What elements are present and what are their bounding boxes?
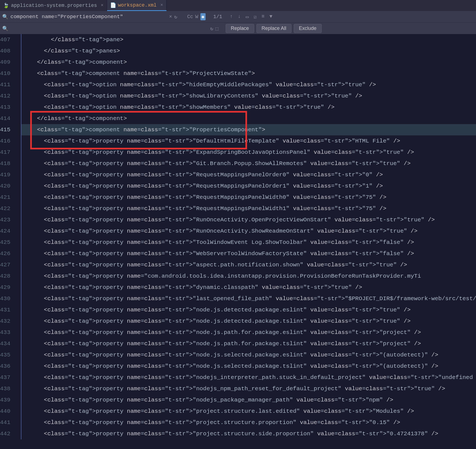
code-line[interactable]: <class="t-tag">option name=class="t-str"… [21,90,476,102]
code-area[interactable]: </class="t-tag">pane> </class="t-tag">pa… [21,34,476,449]
filter-icon[interactable]: ▼ [269,14,272,20]
file-icon: 📄 [110,2,116,8]
code-line[interactable]: <class="t-tag">property name=class="t-st… [21,338,476,349]
replace-input[interactable] [10,26,208,32]
code-line[interactable]: <class="t-tag">property name=class="t-st… [21,169,476,180]
settings-icon[interactable]: ≡ [262,14,265,20]
code-line[interactable]: <class="t-tag">property name=class="t-st… [21,147,476,158]
fold-gutter[interactable] [19,34,21,449]
code-line[interactable]: <class="t-tag">property name=class="t-st… [21,316,476,327]
replace-icon: 🔍 [2,26,8,32]
preserve-case-icon[interactable]: ⬚ [215,26,219,32]
code-line[interactable]: <class="t-tag">property name=class="t-st… [21,248,476,259]
replace-button[interactable]: Replace [226,24,254,33]
code-line[interactable]: <class="t-tag">property name=class="t-st… [21,158,476,169]
tab[interactable]: 📄workspace.xml× [107,0,167,11]
code-line[interactable]: <class="t-tag">component name=class="t-s… [21,68,476,79]
code-line[interactable]: <class="t-tag">property name=class="t-st… [21,225,476,237]
close-tab-icon[interactable]: × [160,3,163,8]
code-line[interactable]: <class="t-tag">property name=class="t-st… [21,192,476,203]
code-line[interactable]: </class="t-tag">panes> [21,45,476,57]
exclude-button[interactable]: Exclude [294,24,322,33]
code-line[interactable]: <class="t-tag">option name=class="t-str"… [21,79,476,90]
tab-label: workspace.xml [118,2,156,8]
editor-tabs: 🍃application-system.properties×📄workspac… [0,0,476,11]
regex-icon[interactable]: ✱ [200,13,206,20]
code-line[interactable]: <class="t-tag">property name=class="t-st… [21,394,476,406]
code-line[interactable]: <class="t-tag">property name=class="t-st… [21,349,476,361]
code-line[interactable]: <class="t-tag">property name=class="t-st… [21,406,476,417]
replace-all-button[interactable]: Replace All [256,24,292,33]
search-input[interactable] [10,14,167,20]
code-line[interactable]: </class="t-tag">component> [21,113,476,124]
code-line[interactable]: <class="t-tag">property name=class="t-st… [21,361,476,372]
new-search-icon[interactable]: ☑ [254,14,257,20]
code-line[interactable]: <class="t-tag">property name=class="t-st… [21,237,476,248]
code-line[interactable]: <class="t-tag">property name=class="t-st… [21,282,476,293]
search-history-icon[interactable]: ↻ [174,14,177,20]
select-all-icon[interactable]: ▭ [246,14,249,20]
code-line[interactable]: <class="t-tag">property name=class="t-st… [21,304,476,316]
code-line[interactable]: <class="t-tag">property name=class="t-st… [21,417,476,428]
close-search-icon[interactable]: × [169,14,172,19]
tab-label: application-system.properties [11,3,97,8]
file-icon: 🍃 [3,3,9,8]
code-line[interactable]: <class="t-tag">property name=class="t-st… [21,383,476,394]
code-line[interactable]: <class="t-tag">property name=class="t-st… [21,214,476,225]
prev-match-icon[interactable]: ↑ [230,14,233,20]
replace-history-icon[interactable]: ↻ [210,26,213,32]
match-word-icon[interactable]: W [195,14,198,19]
code-line[interactable]: <class="t-tag">property name=class="t-st… [21,203,476,214]
match-case-icon[interactable]: Cc [187,14,193,19]
code-line[interactable]: <class="t-tag">property name=class="t-st… [21,180,476,192]
search-icon: 🔍 [2,14,8,20]
match-count: 1/1 [213,14,222,19]
code-line[interactable]: <class="t-tag">property name=class="t-st… [21,327,476,338]
code-line[interactable]: <class="t-tag">property name="com.androi… [21,270,476,282]
code-line[interactable]: <class="t-tag">property name=class="t-st… [21,135,476,147]
code-line[interactable]: </class="t-tag">component> [21,57,476,68]
code-line[interactable]: <class="t-tag">property name=class="t-st… [21,428,476,439]
find-bar: 🔍 × ↻ Cc W ✱ 1/1 ↑ ↓ ▭ ☑ ≡ ▼ [0,11,476,23]
code-line[interactable]: <class="t-tag">property name=class="t-st… [21,293,476,304]
code-line[interactable]: <class="t-tag">component name=class="t-s… [21,124,476,135]
code-editor[interactable]: 4074084094104114124134144154164174184194… [0,34,476,449]
next-match-icon[interactable]: ↓ [238,14,241,20]
close-tab-icon[interactable]: × [101,3,103,8]
tab[interactable]: 🍃application-system.properties× [0,0,107,11]
code-line[interactable]: <class="t-tag">option name=class="t-str"… [21,102,476,113]
replace-bar: 🔍 ↻ ⬚ Replace Replace All Exclude [0,23,476,34]
code-line[interactable]: <class="t-tag">property name=class="t-st… [21,259,476,270]
code-line[interactable]: </class="t-tag">pane> [21,34,476,45]
line-gutter: 4074084094104114124134144154164174184194… [0,34,19,449]
code-line[interactable]: <class="t-tag">property name=class="t-st… [21,372,476,383]
